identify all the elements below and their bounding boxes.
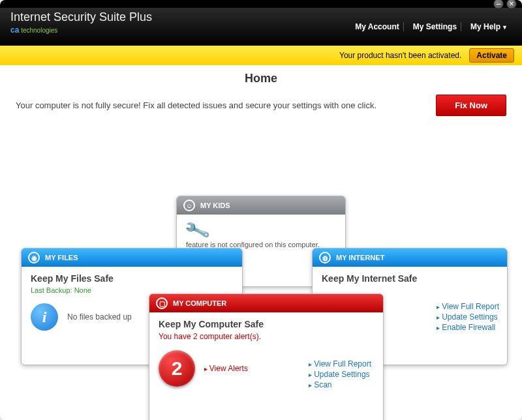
- minimize-button[interactable]: –: [493, 0, 504, 9]
- internet-title: Keep My Internet Safe: [322, 273, 498, 284]
- window-controls: – ×: [493, 0, 517, 9]
- computer-alert-text: You have 2 computer alert(s).: [159, 332, 374, 341]
- card-header-files: ◉ MY FILES: [22, 248, 242, 267]
- activation-bar: Your product hasn't been activated. Acti…: [0, 46, 522, 65]
- activation-message: Your product hasn't been activated.: [339, 51, 461, 60]
- link-view-full-report[interactable]: View Full Report: [437, 302, 499, 311]
- alert-count-badge: 2: [159, 350, 195, 387]
- globe-icon: ◍: [319, 252, 331, 263]
- card-header-internet: ◍ MY INTERNET: [313, 248, 507, 267]
- titlebar: – ×: [0, 0, 522, 8]
- page-title: Home: [16, 72, 506, 85]
- security-status-text: Your computer is not fully secure! Fix a…: [16, 100, 376, 110]
- brand-logo-text: ca: [10, 25, 19, 35]
- nav-my-help[interactable]: My Help▼: [467, 22, 512, 31]
- internet-links: View Full Report Update Settings Enable …: [437, 301, 499, 333]
- status-row: Your computer is not fully secure! Fix a…: [16, 95, 506, 116]
- app-header: Internet Security Suite Plus ca technolo…: [0, 8, 522, 46]
- card-header-kids: ☺ MY KIDS: [177, 196, 345, 215]
- computer-body: Keep My Computer Safe You have 2 compute…: [149, 312, 383, 395]
- chevron-down-icon: ▼: [502, 24, 508, 31]
- card-my-computer[interactable]: ▢ MY COMPUTER Keep My Computer Safe You …: [149, 293, 384, 420]
- fix-now-button[interactable]: Fix Now: [436, 95, 506, 116]
- content-area: Home Your computer is not fully secure! …: [0, 65, 522, 420]
- link-view-alerts[interactable]: View Alerts: [204, 364, 248, 373]
- card-header-computer: ▢ MY COMPUTER: [149, 294, 383, 312]
- kids-icon: ☺: [183, 200, 195, 211]
- files-icon: ◉: [28, 252, 40, 263]
- link-comp-scan[interactable]: Scan: [309, 380, 371, 389]
- link-comp-update-settings[interactable]: Update Settings: [309, 370, 371, 379]
- computer-links: View Full Report Update Settings Scan: [309, 358, 371, 391]
- nav-my-account[interactable]: My Account: [351, 22, 404, 31]
- product-name: Internet Security Suite Plus: [10, 10, 152, 24]
- activate-button[interactable]: Activate: [469, 48, 514, 63]
- monitor-icon: ▢: [156, 297, 168, 309]
- app-window: – × Internet Security Suite Plus ca tech…: [0, 0, 522, 420]
- files-title: Keep My Files Safe: [31, 273, 233, 284]
- link-enable-firewall[interactable]: Enable Firewall: [437, 323, 499, 332]
- computer-title: Keep My Computer Safe: [159, 319, 374, 329]
- link-comp-view-full-report[interactable]: View Full Report: [309, 359, 371, 368]
- brand-subline: ca technologies: [10, 25, 152, 35]
- nav-my-settings[interactable]: My Settings: [409, 22, 461, 31]
- close-button[interactable]: ×: [506, 0, 517, 9]
- top-nav: My Account My Settings My Help▼: [351, 22, 512, 31]
- link-update-settings[interactable]: Update Settings: [437, 312, 499, 322]
- info-icon: i: [31, 303, 58, 331]
- brand-block: Internet Security Suite Plus ca technolo…: [10, 10, 152, 35]
- files-status: No files backed up: [67, 312, 132, 322]
